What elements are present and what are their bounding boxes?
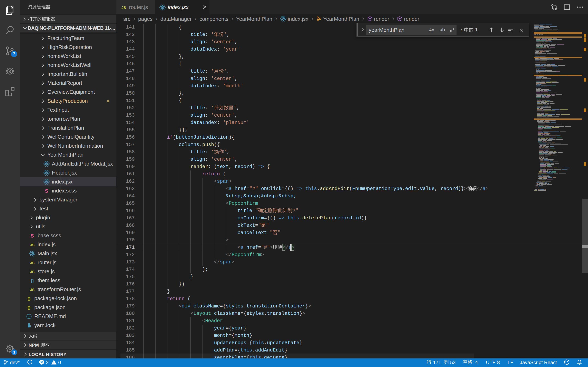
svg-text:i: i [29,315,30,319]
svg-text:JS: JS [30,270,35,274]
svg-text:{}: {} [31,278,34,283]
svg-text:{}: {} [27,296,31,301]
svg-text:S: S [31,233,34,239]
svg-text:JS: JS [30,243,35,247]
svg-text:JS: JS [121,6,126,9]
svg-text:*: * [452,27,454,33]
svg-text:ab: ab [440,27,444,32]
svg-text:{}: {} [27,305,31,310]
svg-text:S: S [45,188,48,194]
svg-text:Aa: Aa [429,27,434,32]
svg-text:JS: JS [30,261,35,265]
svg-text:JS: JS [30,288,35,292]
